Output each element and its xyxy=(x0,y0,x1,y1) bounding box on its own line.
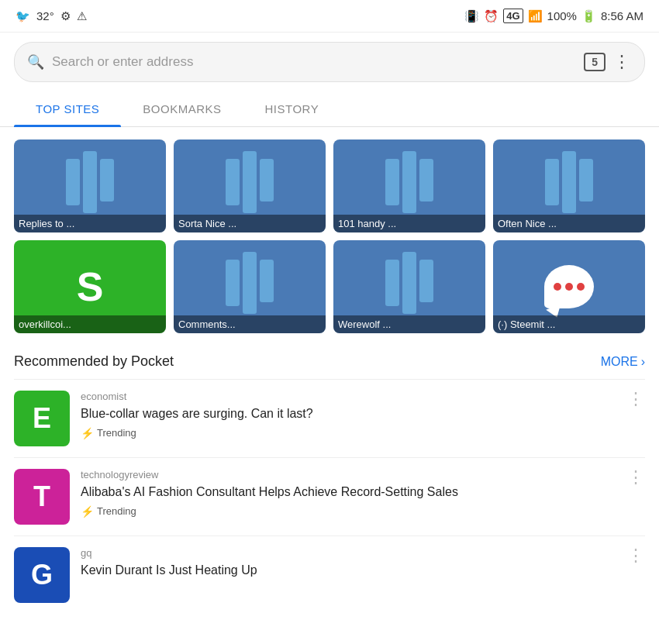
tab-count-badge[interactable]: 5 xyxy=(584,53,606,71)
site-tile-label-5: overkillcoi... xyxy=(14,315,166,333)
article-menu-2[interactable]: ⋮ xyxy=(627,469,645,486)
article-item-2[interactable]: T technologyreview Alibaba's AI Fashion … xyxy=(14,457,645,536)
search-icon: 🔍 xyxy=(27,53,44,71)
temperature: 32° xyxy=(36,9,54,22)
article-trending-2: ⚡ Trending xyxy=(81,505,645,518)
time: 8:56 AM xyxy=(601,9,643,22)
warning-icon: ⚠ xyxy=(77,9,87,23)
rocket-bubble-icon xyxy=(544,265,594,308)
settings-icon: ⚙ xyxy=(60,9,71,23)
article-source-1: economist xyxy=(81,391,645,402)
site-tile-label-3: 101 handy ... xyxy=(333,215,485,232)
overflow-menu-icon[interactable]: ⋮ xyxy=(613,52,632,72)
site-tile-3[interactable]: 101 handy ... xyxy=(333,139,485,232)
article-title-1: Blue-collar wages are surging. Can it la… xyxy=(81,405,645,422)
twitter-icon: 🐦 xyxy=(16,9,30,23)
article-title-2: Alibaba's AI Fashion Consultant Helps Ac… xyxy=(81,484,645,501)
site-tile-6[interactable]: Comments... xyxy=(174,240,326,333)
vibrate-icon: 📳 xyxy=(464,9,479,23)
s-letter: S xyxy=(77,263,104,310)
article-menu-1[interactable]: ⋮ xyxy=(627,391,645,408)
article-source-2: technologyreview xyxy=(81,469,645,480)
site-tile-2[interactable]: Sorta Nice ... xyxy=(174,139,326,232)
trending-bolt-icon-2: ⚡ xyxy=(81,505,94,518)
battery-icon: 🔋 xyxy=(581,9,596,23)
site-tile-label-7: Werewolf ... xyxy=(333,315,485,333)
article-source-3: gq xyxy=(81,547,645,559)
article-thumb-1: E xyxy=(14,391,70,446)
status-bar: 🐦 32° ⚙ ⚠ 📳 ⏰ 4G 📶 100% 🔋 8:56 AM xyxy=(0,0,659,33)
status-right: 📳 ⏰ 4G 📶 100% 🔋 8:56 AM xyxy=(464,9,643,23)
status-left: 🐦 32° ⚙ ⚠ xyxy=(16,9,87,23)
lte-label: 4G xyxy=(503,9,523,23)
article-content-2: technologyreview Alibaba's AI Fashion Co… xyxy=(81,469,645,518)
article-trending-1: ⚡ Trending xyxy=(81,427,645,439)
article-content-3: gq Kevin Durant Is Just Heating Up xyxy=(81,547,645,584)
site-tile-label-1: Replies to ... xyxy=(14,215,166,232)
article-thumb-2: T xyxy=(14,469,70,525)
tab-bar: TOP SITES BOOKMARKS HISTORY xyxy=(0,91,659,127)
site-tile-8[interactable]: (·) Steemit ... xyxy=(493,240,645,333)
site-tile-5[interactable]: S overkillcoi... xyxy=(14,240,166,333)
site-tile-label-4: Often Nice ... xyxy=(493,215,645,232)
site-tile-7[interactable]: Werewolf ... xyxy=(333,240,485,333)
recommended-title: Recommended by Pocket xyxy=(14,353,174,370)
site-tile-label-2: Sorta Nice ... xyxy=(174,215,326,232)
article-title-3: Kevin Durant Is Just Heating Up xyxy=(81,562,645,579)
site-tile-label-8: (·) Steemit ... xyxy=(493,315,645,333)
article-content-1: economist Blue-collar wages are surging.… xyxy=(81,391,645,439)
more-link[interactable]: MORE › xyxy=(601,355,645,369)
article-thumb-3: G xyxy=(14,547,70,603)
tab-bookmarks[interactable]: BOOKMARKS xyxy=(121,91,243,126)
search-placeholder: Search or enter address xyxy=(52,54,576,70)
chevron-right-icon: › xyxy=(641,355,645,369)
article-item-1[interactable]: E economist Blue-collar wages are surgin… xyxy=(14,379,645,457)
battery-percent: 100% xyxy=(547,9,577,22)
alarm-icon: ⏰ xyxy=(484,9,499,23)
article-list: E economist Blue-collar wages are surgin… xyxy=(0,379,659,614)
site-tile-4[interactable]: Often Nice ... xyxy=(493,139,645,232)
tab-top-sites[interactable]: TOP SITES xyxy=(14,91,121,126)
recommended-header: Recommended by Pocket MORE › xyxy=(0,346,659,379)
trending-bolt-icon-1: ⚡ xyxy=(81,427,94,439)
signal-icon: 📶 xyxy=(528,9,543,23)
article-item-3[interactable]: G gq Kevin Durant Is Just Heating Up ⋮ xyxy=(14,536,645,614)
search-bar[interactable]: 🔍 Search or enter address 5 ⋮ xyxy=(14,42,645,82)
site-tile-label-6: Comments... xyxy=(174,315,326,333)
top-sites-grid: Replies to ... Sorta Nice ... 101 handy … xyxy=(0,127,659,346)
article-menu-3[interactable]: ⋮ xyxy=(627,547,645,564)
site-tile-1[interactable]: Replies to ... xyxy=(14,139,166,232)
tab-history[interactable]: HISTORY xyxy=(243,91,341,126)
